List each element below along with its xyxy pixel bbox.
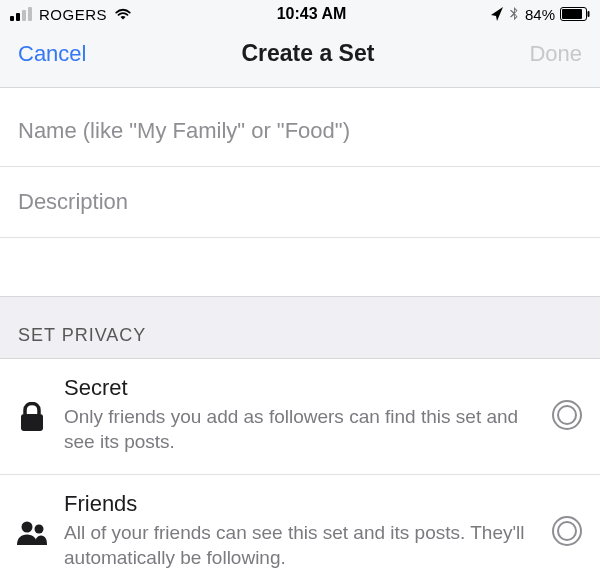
privacy-option-friends[interactable]: Friends All of your friends can see this… [0,475,600,576]
done-button[interactable]: Done [529,41,582,67]
svg-rect-1 [562,9,582,19]
secret-radio[interactable] [552,400,582,430]
page-title: Create a Set [241,40,374,67]
friends-radio[interactable] [552,516,582,546]
secret-desc: Only friends you add as followers can fi… [64,405,538,454]
svg-point-5 [35,525,44,534]
lock-icon [14,402,50,432]
status-left: ROGERS [10,6,132,23]
wifi-icon [114,7,132,21]
secret-title: Secret [64,375,538,401]
name-input[interactable]: Name (like "My Family" or "Food") [0,88,600,167]
description-input[interactable]: Description [0,167,600,238]
location-icon [491,7,503,21]
status-right: 84% [491,6,590,23]
description-placeholder: Description [18,189,128,214]
set-privacy-header: SET PRIVACY [0,296,600,359]
friends-text: Friends All of your friends can see this… [64,491,538,570]
status-bar: ROGERS 10:43 AM 84% [0,0,600,28]
friends-title: Friends [64,491,538,517]
secret-text: Secret Only friends you add as followers… [64,375,538,454]
cancel-button[interactable]: Cancel [18,41,86,67]
privacy-option-secret[interactable]: Secret Only friends you add as followers… [0,359,600,475]
name-placeholder: Name (like "My Family" or "Food") [18,118,350,143]
friends-desc: All of your friends can see this set and… [64,521,538,570]
svg-rect-2 [587,11,589,17]
svg-rect-3 [21,414,43,431]
signal-icon [10,7,32,21]
spacer [0,238,600,296]
battery-icon [560,7,590,21]
carrier-label: ROGERS [39,6,107,23]
svg-point-4 [22,522,33,533]
status-time: 10:43 AM [277,5,347,23]
nav-bar: Cancel Create a Set Done [0,28,600,88]
friends-icon [14,520,50,546]
battery-percent: 84% [525,6,555,23]
bluetooth-icon [508,7,520,21]
